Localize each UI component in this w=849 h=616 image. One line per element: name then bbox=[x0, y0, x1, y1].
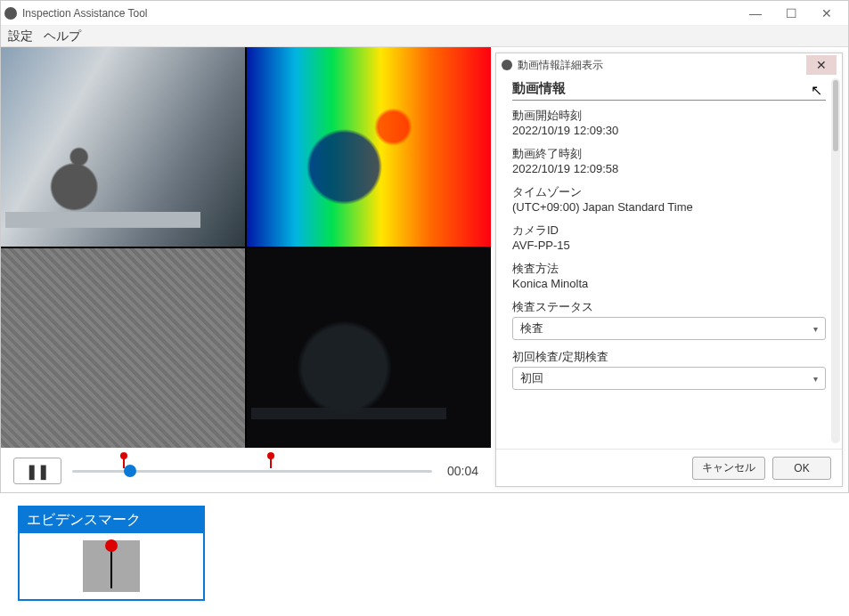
seek-thumb[interactable] bbox=[124, 465, 136, 477]
scrollbar-thumb[interactable] bbox=[833, 80, 838, 151]
label-timezone: タイムゾーン bbox=[512, 184, 826, 200]
label-camera-id: カメラID bbox=[512, 223, 826, 239]
select-inspection-type[interactable]: 初回 ▾ bbox=[512, 367, 826, 390]
value-method: Konica Minolta bbox=[512, 277, 826, 290]
dialog-icon bbox=[502, 60, 512, 70]
legend-title: エビデンスマーク bbox=[20, 507, 203, 533]
value-timezone: (UTC+09:00) Japan Standard Time bbox=[512, 200, 826, 214]
window-title: Inspection Assistance Tool bbox=[22, 7, 738, 20]
maximize-button[interactable]: ☐ bbox=[773, 3, 809, 24]
app-icon bbox=[4, 7, 17, 20]
pause-icon: ❚❚ bbox=[26, 463, 49, 480]
seek-slider[interactable] bbox=[72, 462, 432, 480]
evidence-mark-legend: エビデンスマーク bbox=[18, 506, 205, 601]
player-controls: ❚❚ 00:04 bbox=[1, 448, 491, 492]
menubar: 設定 ヘルプ bbox=[1, 26, 848, 47]
evidence-marker[interactable] bbox=[123, 456, 125, 468]
evidence-marker[interactable] bbox=[270, 456, 272, 468]
label-method: 検査方法 bbox=[512, 261, 826, 277]
mouse-cursor-icon: ↖ bbox=[811, 82, 822, 99]
evidence-pin-icon bbox=[110, 546, 112, 588]
select-status[interactable]: 検査 ▾ bbox=[512, 317, 826, 340]
dialog-heading: 動画情報 bbox=[512, 80, 826, 101]
select-type-value: 初回 bbox=[520, 370, 543, 386]
camera-feed-thermal[interactable] bbox=[247, 47, 491, 247]
dialog-title: 動画情報詳細表示 bbox=[518, 58, 806, 73]
value-camera-id: AVF-PP-15 bbox=[512, 239, 826, 252]
camera-feed-visual[interactable] bbox=[1, 47, 245, 247]
menu-settings[interactable]: 設定 bbox=[8, 28, 33, 45]
close-icon: ✕ bbox=[816, 58, 827, 72]
select-status-value: 検査 bbox=[520, 320, 543, 336]
video-area: ❚❚ 00:04 bbox=[1, 47, 491, 492]
dialog-close-button[interactable]: ✕ bbox=[806, 55, 837, 75]
titlebar: Inspection Assistance Tool ― ☐ ✕ bbox=[1, 1, 848, 26]
cancel-button[interactable]: キャンセル bbox=[692, 457, 765, 480]
legend-swatch bbox=[83, 540, 140, 592]
time-display: 00:04 bbox=[443, 464, 478, 478]
label-inspection-type: 初回検査/定期検査 bbox=[512, 349, 826, 365]
menu-help[interactable]: ヘルプ bbox=[44, 28, 81, 45]
label-status: 検査ステータス bbox=[512, 299, 826, 315]
pause-button[interactable]: ❚❚ bbox=[13, 458, 61, 484]
label-start-time: 動画開始時刻 bbox=[512, 108, 826, 124]
close-button[interactable]: ✕ bbox=[809, 3, 845, 24]
dialog-titlebar: 動画情報詳細表示 ✕ bbox=[496, 53, 842, 77]
label-end-time: 動画終了時刻 bbox=[512, 146, 826, 162]
main-window: Inspection Assistance Tool ― ☐ ✕ 設定 ヘルプ … bbox=[0, 0, 849, 493]
chevron-down-icon: ▾ bbox=[813, 324, 818, 334]
value-start-time: 2022/10/19 12:09:30 bbox=[512, 124, 826, 137]
camera-feed-processed-b[interactable] bbox=[247, 248, 491, 448]
chevron-down-icon: ▾ bbox=[813, 374, 818, 384]
dialog-scrollbar[interactable] bbox=[831, 78, 840, 443]
minimize-button[interactable]: ― bbox=[738, 3, 773, 24]
camera-feed-processed-a[interactable] bbox=[1, 248, 245, 448]
video-info-dialog: 動画情報詳細表示 ✕ ↖ 動画情報 動画開始時刻 2022/10/19 12:0… bbox=[495, 53, 843, 487]
ok-button[interactable]: OK bbox=[772, 457, 831, 480]
value-end-time: 2022/10/19 12:09:58 bbox=[512, 162, 826, 175]
